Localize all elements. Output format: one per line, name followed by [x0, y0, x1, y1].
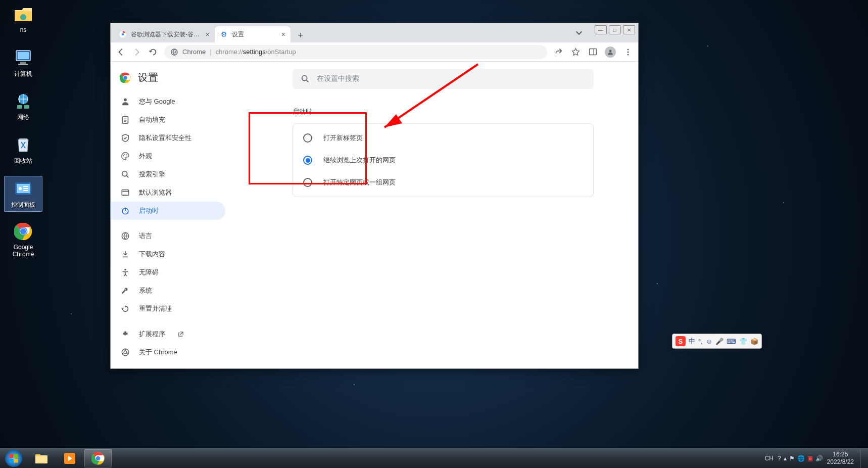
- palette-icon: [121, 152, 130, 161]
- svg-rect-39: [122, 190, 129, 196]
- nav-appearance[interactable]: 外观: [111, 147, 225, 165]
- nav-autofill[interactable]: 自动填充: [111, 111, 225, 129]
- startup-options-card: 打开新标签页 继续浏览上次打开的网页 打开特定网页或一组网页: [293, 123, 594, 197]
- tray-up-icon[interactable]: ▴: [784, 455, 787, 462]
- option-label: 继续浏览上次打开的网页: [323, 156, 396, 165]
- url-text: chrome://settings/onStartup: [216, 48, 296, 56]
- new-tab-button[interactable]: +: [294, 28, 308, 42]
- svg-point-28: [124, 99, 127, 102]
- nav-you-and-google[interactable]: 您与 Google: [111, 92, 225, 111]
- minimize-button[interactable]: —: [595, 25, 607, 34]
- ime-skin-icon[interactable]: 👕: [739, 338, 747, 345]
- tray-clock[interactable]: 16:25 2022/8/22: [827, 451, 854, 465]
- task-media-player[interactable]: [56, 449, 83, 467]
- settings-search[interactable]: 在设置中搜索: [293, 69, 594, 89]
- toolbar-right: [553, 46, 633, 58]
- tabs-dropdown-button[interactable]: [575, 29, 583, 36]
- ime-voice-icon[interactable]: 🎤: [715, 338, 724, 345]
- tray-network-icon[interactable]: 🌐: [797, 455, 805, 462]
- svg-rect-7: [24, 105, 29, 109]
- tab-2[interactable]: ⚙ 设置 ×: [215, 26, 291, 42]
- svg-point-25: [628, 54, 629, 55]
- radio-icon[interactable]: [303, 178, 312, 187]
- svg-rect-4: [18, 64, 28, 65]
- profile-button[interactable]: [605, 46, 616, 58]
- back-button[interactable]: [116, 47, 126, 57]
- ime-lang[interactable]: 中: [689, 337, 695, 346]
- nav-downloads[interactable]: 下载内容: [111, 245, 225, 263]
- svg-point-34: [123, 155, 124, 156]
- show-desktop-button[interactable]: [860, 449, 864, 468]
- radio-icon[interactable]: [303, 156, 312, 165]
- nav-about[interactable]: 关于 Chrome: [111, 343, 225, 361]
- settings-sidebar: 设置 您与 Google 自动填充 隐私设置和安全性 外观 搜索引擎 默认浏览器…: [111, 62, 248, 368]
- ime-bar[interactable]: S 中 °, ☺ 🎤 ⌨ 👕 📦: [672, 334, 762, 349]
- close-icon[interactable]: ×: [281, 30, 285, 38]
- tray-volume-icon[interactable]: 🔊: [815, 455, 823, 462]
- desktop-icon-chrome[interactable]: Google Chrome: [4, 221, 42, 258]
- option-label: 打开新标签页: [323, 133, 363, 143]
- address-bar[interactable]: Chrome | chrome://settings/onStartup: [164, 45, 547, 59]
- tray-security-icon[interactable]: ▣: [807, 455, 813, 462]
- globe-icon: [121, 231, 130, 241]
- task-explorer[interactable]: [28, 449, 55, 467]
- forward-button[interactable]: [132, 47, 142, 57]
- nav-label: 语言: [139, 231, 152, 241]
- svg-rect-11: [23, 186, 28, 187]
- option-continue[interactable]: 继续浏览上次打开的网页: [293, 149, 593, 171]
- desktop-icon-ns[interactable]: ns: [4, 4, 42, 33]
- nav-extensions[interactable]: 扩展程序: [111, 325, 225, 343]
- close-window-button[interactable]: ✕: [623, 25, 635, 34]
- nav-languages[interactable]: 语言: [111, 227, 225, 245]
- ime-keyboard-icon[interactable]: ⌨: [727, 338, 736, 345]
- nav-reset[interactable]: 重置并清理: [111, 300, 225, 318]
- nav-label: 扩展程序: [139, 330, 165, 339]
- reload-button[interactable]: [148, 47, 158, 57]
- option-specific-pages[interactable]: 打开特定网页或一组网页: [293, 171, 593, 194]
- nav-system[interactable]: 系统: [111, 282, 225, 300]
- desktop-icon-recycle[interactable]: 回收站: [4, 134, 42, 165]
- svg-point-36: [126, 154, 127, 155]
- site-label: Chrome: [182, 48, 206, 56]
- ime-toolbox-icon[interactable]: 📦: [750, 338, 758, 345]
- tray-icons[interactable]: ? ▴ ⚑ 🌐 ▣ 🔊: [778, 455, 823, 462]
- nav-privacy[interactable]: 隐私设置和安全性: [111, 129, 225, 147]
- svg-point-16: [20, 228, 26, 235]
- ime-punct-icon[interactable]: °,: [698, 338, 703, 345]
- system-tray: CH ? ▴ ⚑ 🌐 ▣ 🔊 16:25 2022/8/22: [765, 449, 868, 468]
- tray-date: 2022/8/22: [827, 458, 854, 465]
- nav-label: 外观: [139, 152, 152, 161]
- svg-rect-2: [18, 52, 29, 59]
- tray-lang[interactable]: CH: [765, 455, 774, 462]
- share-icon[interactable]: [553, 47, 563, 57]
- desktop-icon-network[interactable]: 网络: [4, 91, 42, 122]
- desktop-icon-label: 计算机: [4, 70, 42, 78]
- tab-1[interactable]: 谷歌浏览器下载安装-谷歌浏览 ×: [114, 26, 215, 42]
- close-icon[interactable]: ×: [206, 30, 210, 38]
- option-new-tab[interactable]: 打开新标签页: [293, 127, 593, 149]
- tray-flag-icon[interactable]: ⚑: [789, 455, 795, 462]
- tab-title: 谷歌浏览器下载安装-谷歌浏览: [131, 30, 202, 39]
- desktop-icon-control-panel[interactable]: 控制面板: [4, 176, 42, 212]
- nav-default-browser[interactable]: 默认浏览器: [111, 183, 225, 202]
- settings-header: 设置: [111, 69, 248, 92]
- chrome-window: 谷歌浏览器下载安装-谷歌浏览 × ⚙ 设置 × + — □ ✕ Chrome |…: [110, 23, 639, 369]
- nav-on-startup[interactable]: 启动时: [111, 202, 225, 220]
- svg-point-35: [124, 154, 125, 155]
- nav-search-engine[interactable]: 搜索引擎: [111, 165, 225, 183]
- task-chrome[interactable]: [84, 449, 112, 467]
- nav-accessibility[interactable]: 无障碍: [111, 263, 225, 282]
- desktop-icon-computer[interactable]: 计算机: [4, 48, 42, 78]
- svg-point-37: [122, 171, 127, 176]
- side-panel-icon[interactable]: [588, 47, 598, 57]
- menu-icon[interactable]: [623, 47, 633, 57]
- site-info-icon[interactable]: [170, 48, 178, 56]
- start-button[interactable]: [0, 448, 27, 469]
- bookmark-icon[interactable]: [570, 47, 581, 57]
- radio-icon[interactable]: [303, 133, 312, 143]
- power-icon: [121, 206, 130, 215]
- ime-emoji-icon[interactable]: ☺: [706, 338, 712, 345]
- maximize-button[interactable]: □: [609, 25, 621, 34]
- tray-help-icon[interactable]: ?: [778, 455, 781, 462]
- chrome-logo-icon: [120, 72, 131, 83]
